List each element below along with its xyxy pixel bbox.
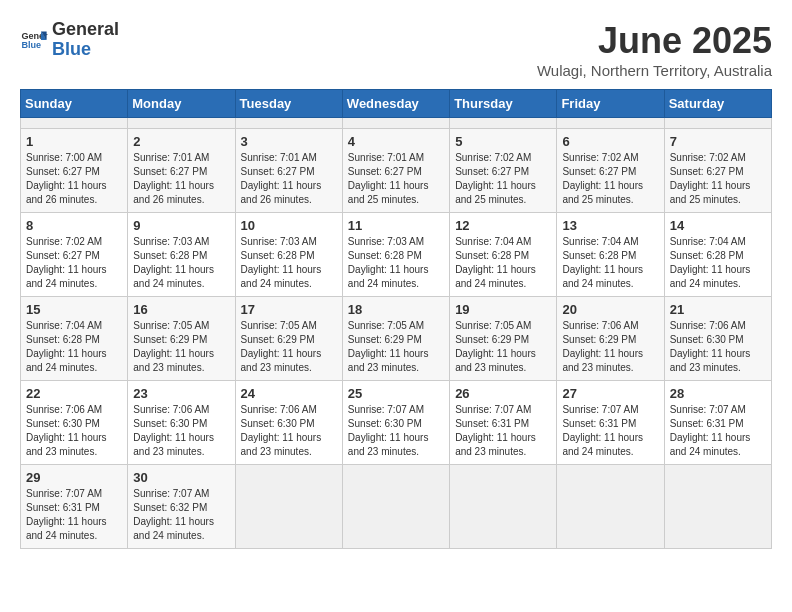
month-title: June 2025 — [537, 20, 772, 62]
calendar-cell: 22Sunrise: 7:06 AMSunset: 6:30 PMDayligh… — [21, 381, 128, 465]
calendar-week-row: 22Sunrise: 7:06 AMSunset: 6:30 PMDayligh… — [21, 381, 772, 465]
day-of-week-header: Saturday — [664, 90, 771, 118]
day-number: 28 — [670, 386, 766, 401]
day-info: Sunrise: 7:06 AMSunset: 6:29 PMDaylight:… — [562, 319, 658, 375]
day-number: 9 — [133, 218, 229, 233]
calendar-week-row — [21, 118, 772, 129]
day-number: 1 — [26, 134, 122, 149]
logo: General Blue General Blue — [20, 20, 119, 60]
calendar-cell — [557, 118, 664, 129]
day-info: Sunrise: 7:02 AMSunset: 6:27 PMDaylight:… — [455, 151, 551, 207]
calendar-cell: 12Sunrise: 7:04 AMSunset: 6:28 PMDayligh… — [450, 213, 557, 297]
calendar-cell: 13Sunrise: 7:04 AMSunset: 6:28 PMDayligh… — [557, 213, 664, 297]
calendar-cell: 4Sunrise: 7:01 AMSunset: 6:27 PMDaylight… — [342, 129, 449, 213]
calendar-cell — [342, 118, 449, 129]
day-info: Sunrise: 7:06 AMSunset: 6:30 PMDaylight:… — [133, 403, 229, 459]
day-number: 30 — [133, 470, 229, 485]
day-info: Sunrise: 7:03 AMSunset: 6:28 PMDaylight:… — [241, 235, 337, 291]
calendar-cell: 27Sunrise: 7:07 AMSunset: 6:31 PMDayligh… — [557, 381, 664, 465]
calendar-cell: 10Sunrise: 7:03 AMSunset: 6:28 PMDayligh… — [235, 213, 342, 297]
calendar-cell: 24Sunrise: 7:06 AMSunset: 6:30 PMDayligh… — [235, 381, 342, 465]
svg-text:Blue: Blue — [21, 40, 41, 50]
day-number: 6 — [562, 134, 658, 149]
day-info: Sunrise: 7:01 AMSunset: 6:27 PMDaylight:… — [133, 151, 229, 207]
logo-blue-text: Blue — [52, 39, 91, 59]
calendar-cell — [235, 465, 342, 549]
day-info: Sunrise: 7:04 AMSunset: 6:28 PMDaylight:… — [26, 319, 122, 375]
calendar-cell — [664, 118, 771, 129]
calendar-cell: 30Sunrise: 7:07 AMSunset: 6:32 PMDayligh… — [128, 465, 235, 549]
calendar-cell: 20Sunrise: 7:06 AMSunset: 6:29 PMDayligh… — [557, 297, 664, 381]
day-number: 20 — [562, 302, 658, 317]
day-info: Sunrise: 7:07 AMSunset: 6:31 PMDaylight:… — [455, 403, 551, 459]
calendar-week-row: 8Sunrise: 7:02 AMSunset: 6:27 PMDaylight… — [21, 213, 772, 297]
calendar-cell: 18Sunrise: 7:05 AMSunset: 6:29 PMDayligh… — [342, 297, 449, 381]
day-number: 13 — [562, 218, 658, 233]
day-info: Sunrise: 7:05 AMSunset: 6:29 PMDaylight:… — [133, 319, 229, 375]
calendar-header-row: SundayMondayTuesdayWednesdayThursdayFrid… — [21, 90, 772, 118]
day-number: 21 — [670, 302, 766, 317]
day-info: Sunrise: 7:04 AMSunset: 6:28 PMDaylight:… — [455, 235, 551, 291]
day-number: 14 — [670, 218, 766, 233]
calendar-cell: 21Sunrise: 7:06 AMSunset: 6:30 PMDayligh… — [664, 297, 771, 381]
calendar-cell: 23Sunrise: 7:06 AMSunset: 6:30 PMDayligh… — [128, 381, 235, 465]
day-info: Sunrise: 7:06 AMSunset: 6:30 PMDaylight:… — [241, 403, 337, 459]
calendar-cell — [450, 465, 557, 549]
day-number: 7 — [670, 134, 766, 149]
calendar-cell: 8Sunrise: 7:02 AMSunset: 6:27 PMDaylight… — [21, 213, 128, 297]
day-number: 8 — [26, 218, 122, 233]
calendar-cell — [128, 118, 235, 129]
day-info: Sunrise: 7:05 AMSunset: 6:29 PMDaylight:… — [348, 319, 444, 375]
day-info: Sunrise: 7:07 AMSunset: 6:31 PMDaylight:… — [670, 403, 766, 459]
day-number: 4 — [348, 134, 444, 149]
day-number: 3 — [241, 134, 337, 149]
day-number: 22 — [26, 386, 122, 401]
day-number: 11 — [348, 218, 444, 233]
calendar-cell: 17Sunrise: 7:05 AMSunset: 6:29 PMDayligh… — [235, 297, 342, 381]
day-info: Sunrise: 7:05 AMSunset: 6:29 PMDaylight:… — [455, 319, 551, 375]
day-number: 24 — [241, 386, 337, 401]
day-info: Sunrise: 7:02 AMSunset: 6:27 PMDaylight:… — [562, 151, 658, 207]
day-info: Sunrise: 7:03 AMSunset: 6:28 PMDaylight:… — [133, 235, 229, 291]
day-number: 26 — [455, 386, 551, 401]
calendar-week-row: 29Sunrise: 7:07 AMSunset: 6:31 PMDayligh… — [21, 465, 772, 549]
page-header: General Blue General Blue June 2025 Wula… — [20, 20, 772, 79]
logo-general-text: General — [52, 19, 119, 39]
calendar-cell: 16Sunrise: 7:05 AMSunset: 6:29 PMDayligh… — [128, 297, 235, 381]
calendar-week-row: 15Sunrise: 7:04 AMSunset: 6:28 PMDayligh… — [21, 297, 772, 381]
day-number: 18 — [348, 302, 444, 317]
day-number: 25 — [348, 386, 444, 401]
calendar-cell: 9Sunrise: 7:03 AMSunset: 6:28 PMDaylight… — [128, 213, 235, 297]
day-info: Sunrise: 7:01 AMSunset: 6:27 PMDaylight:… — [348, 151, 444, 207]
calendar-cell — [342, 465, 449, 549]
day-number: 19 — [455, 302, 551, 317]
calendar-cell: 1Sunrise: 7:00 AMSunset: 6:27 PMDaylight… — [21, 129, 128, 213]
calendar-cell: 14Sunrise: 7:04 AMSunset: 6:28 PMDayligh… — [664, 213, 771, 297]
day-info: Sunrise: 7:03 AMSunset: 6:28 PMDaylight:… — [348, 235, 444, 291]
calendar-cell: 25Sunrise: 7:07 AMSunset: 6:30 PMDayligh… — [342, 381, 449, 465]
calendar-cell: 15Sunrise: 7:04 AMSunset: 6:28 PMDayligh… — [21, 297, 128, 381]
day-of-week-header: Wednesday — [342, 90, 449, 118]
day-info: Sunrise: 7:01 AMSunset: 6:27 PMDaylight:… — [241, 151, 337, 207]
calendar-table: SundayMondayTuesdayWednesdayThursdayFrid… — [20, 89, 772, 549]
logo-icon: General Blue — [20, 26, 48, 54]
calendar-cell: 26Sunrise: 7:07 AMSunset: 6:31 PMDayligh… — [450, 381, 557, 465]
day-info: Sunrise: 7:06 AMSunset: 6:30 PMDaylight:… — [26, 403, 122, 459]
day-info: Sunrise: 7:02 AMSunset: 6:27 PMDaylight:… — [26, 235, 122, 291]
day-number: 2 — [133, 134, 229, 149]
calendar-cell: 28Sunrise: 7:07 AMSunset: 6:31 PMDayligh… — [664, 381, 771, 465]
calendar-cell: 2Sunrise: 7:01 AMSunset: 6:27 PMDaylight… — [128, 129, 235, 213]
day-of-week-header: Thursday — [450, 90, 557, 118]
day-number: 16 — [133, 302, 229, 317]
day-of-week-header: Monday — [128, 90, 235, 118]
calendar-cell — [450, 118, 557, 129]
calendar-week-row: 1Sunrise: 7:00 AMSunset: 6:27 PMDaylight… — [21, 129, 772, 213]
day-info: Sunrise: 7:02 AMSunset: 6:27 PMDaylight:… — [670, 151, 766, 207]
day-of-week-header: Tuesday — [235, 90, 342, 118]
day-info: Sunrise: 7:00 AMSunset: 6:27 PMDaylight:… — [26, 151, 122, 207]
location-title: Wulagi, Northern Territory, Australia — [537, 62, 772, 79]
day-info: Sunrise: 7:05 AMSunset: 6:29 PMDaylight:… — [241, 319, 337, 375]
day-number: 10 — [241, 218, 337, 233]
day-info: Sunrise: 7:04 AMSunset: 6:28 PMDaylight:… — [670, 235, 766, 291]
day-info: Sunrise: 7:07 AMSunset: 6:32 PMDaylight:… — [133, 487, 229, 543]
